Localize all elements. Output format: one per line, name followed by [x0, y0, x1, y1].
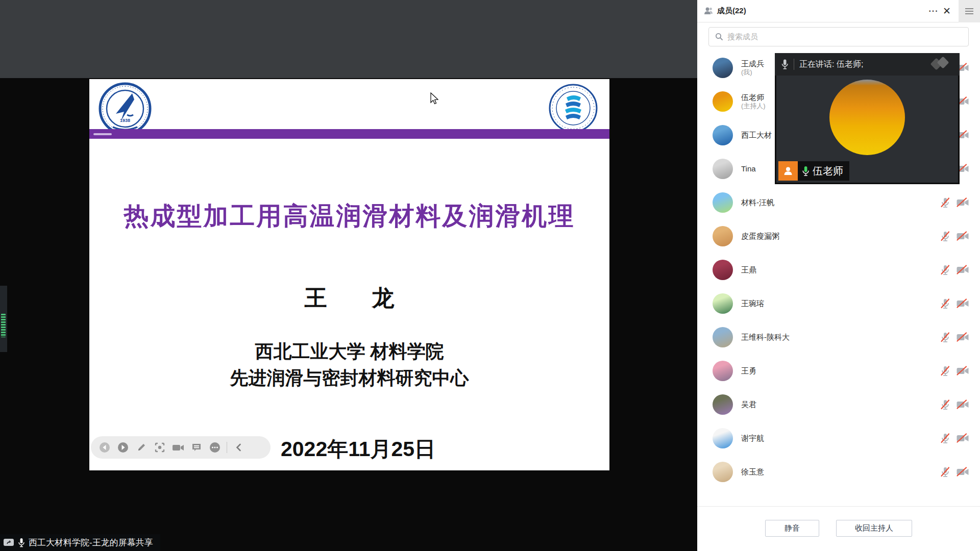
member-row[interactable]: 谢宇航	[697, 421, 980, 455]
members-panel-header: 成员(22) ··· ✕	[697, 0, 980, 22]
mute-button[interactable]: 静音	[765, 520, 819, 537]
camera-off-icon[interactable]	[956, 298, 969, 309]
more-icon[interactable]	[208, 441, 222, 454]
member-name: 王成兵	[741, 59, 764, 69]
member-row[interactable]: 王勇	[697, 354, 980, 388]
stage-top-band	[0, 0, 697, 78]
slide-date: 2022年11月25日	[281, 435, 435, 463]
member-name: Tina	[741, 164, 756, 174]
slide-author: 王 龙	[89, 283, 609, 313]
member-name: 王维科-陕科大	[741, 333, 790, 342]
slide-title: 热成型加工用高温润滑材料及润滑机理	[89, 199, 609, 233]
member-avatar	[713, 361, 733, 381]
member-avatar	[713, 462, 733, 482]
presentation-slide: 1938 热成型加工用高温润滑材料及润滑机理 王 龙 西北工业大学 材料学院 先…	[89, 79, 609, 470]
member-name: 谢宇航	[741, 434, 764, 443]
slide-accent-band	[89, 129, 609, 139]
member-name: 伍老师	[741, 93, 766, 103]
pencil-icon[interactable]	[135, 441, 148, 454]
camera-off-icon[interactable]	[956, 332, 969, 342]
reclaim-host-button[interactable]: 收回主持人	[836, 520, 912, 537]
mic-muted-icon[interactable]	[940, 264, 950, 276]
speaker-name: 伍老师	[813, 164, 843, 178]
member-avatar	[713, 192, 733, 213]
left-edge-strip	[0, 286, 7, 352]
members-panel-title: 成员(22)	[717, 6, 746, 16]
camera-off-icon[interactable]	[956, 265, 969, 275]
camera-off-icon[interactable]	[956, 399, 969, 410]
camera-off-icon[interactable]	[956, 366, 969, 376]
member-row[interactable]: 王鼎	[697, 253, 980, 287]
member-avatar	[713, 293, 733, 314]
member-search-input[interactable]: 搜索成员	[708, 27, 969, 46]
slide-accent-dash	[93, 133, 112, 135]
panel-footer: 静音 收回主持人	[697, 506, 980, 551]
hamburger-icon[interactable]	[959, 0, 980, 22]
members-icon	[703, 6, 714, 16]
screen-share-icon	[3, 538, 14, 548]
speaking-mic-icon	[781, 59, 789, 70]
member-row[interactable]: 材料-汪帆	[697, 186, 980, 219]
member-row[interactable]: 王琬瑢	[697, 287, 980, 320]
member-row[interactable]: 皮蛋瘦漏粥	[697, 219, 980, 253]
prev-slide-icon[interactable]	[98, 441, 111, 454]
member-avatar	[713, 159, 733, 179]
member-name: 西工大材	[741, 131, 772, 140]
search-row: 搜索成员	[697, 22, 980, 51]
speaker-video-overlay[interactable]: 正在讲话: 伍老师; 伍老师	[775, 53, 960, 184]
overlay-header-divider	[794, 59, 794, 70]
mic-active-icon	[802, 166, 810, 177]
member-avatar	[713, 58, 733, 78]
camera-off-icon[interactable]	[956, 197, 969, 208]
member-name: 王鼎	[741, 265, 756, 275]
member-name: 皮蛋瘦漏粥	[741, 232, 779, 241]
meeting-app-window: 1938 热成型加工用高温润滑材料及润滑机理 王 龙 西北工业大学 材料学院 先…	[0, 0, 980, 551]
mic-muted-icon[interactable]	[940, 466, 950, 478]
panel-more-icon[interactable]: ···	[927, 5, 940, 18]
speaker-video-area: 伍老师	[775, 76, 960, 184]
speaker-name-tag: 伍老师	[778, 161, 849, 181]
mic-muted-icon[interactable]	[940, 231, 950, 242]
svg-text:1938: 1938	[120, 118, 130, 123]
npu-logo-icon: 1938	[99, 82, 152, 135]
camera-off-icon[interactable]	[956, 231, 969, 241]
profile-person-icon	[778, 161, 798, 181]
slide-affiliation-line2: 先进润滑与密封材料研究中心	[89, 366, 609, 391]
member-avatar	[713, 226, 733, 246]
share-indicator-label: 西工大材料学院-王龙的屏幕共享	[29, 537, 153, 548]
member-avatar	[713, 394, 733, 415]
camera-off-icon[interactable]	[956, 433, 969, 443]
next-slide-icon[interactable]	[116, 441, 130, 454]
member-role-suffix: (主持人)	[741, 102, 766, 110]
collapse-chevron-icon[interactable]	[232, 441, 246, 454]
audio-level-indicator	[1, 314, 6, 337]
member-row[interactable]: 吴君	[697, 388, 980, 421]
member-avatar	[713, 125, 733, 145]
member-role-suffix: (我)	[741, 68, 764, 77]
mic-muted-icon[interactable]	[940, 365, 950, 377]
mic-muted-icon[interactable]	[940, 332, 950, 343]
member-name: 吴君	[741, 400, 756, 410]
laser-focus-icon[interactable]	[153, 441, 166, 454]
comment-icon[interactable]	[190, 441, 203, 454]
member-avatar	[713, 327, 733, 347]
member-avatar	[713, 428, 733, 448]
speaker-overlay-header: 正在讲话: 伍老师;	[775, 53, 960, 76]
member-avatar	[713, 260, 733, 280]
mic-muted-icon[interactable]	[940, 298, 950, 309]
mic-muted-icon[interactable]	[940, 433, 950, 444]
screen-share-stage: 1938 热成型加工用高温润滑材料及润滑机理 王 龙 西北工业大学 材料学院 先…	[0, 0, 697, 551]
member-row[interactable]: 徐玉意	[697, 455, 980, 489]
meeting-logo-icon	[930, 58, 953, 71]
share-indicator-bar: 西工大材料学院-王龙的屏幕共享	[0, 534, 160, 551]
panel-close-icon[interactable]: ✕	[940, 5, 953, 18]
annotation-toolbar	[91, 436, 271, 459]
mic-muted-icon[interactable]	[940, 197, 950, 208]
camera-off-icon[interactable]	[956, 467, 969, 477]
mic-on-icon	[18, 538, 25, 548]
member-row[interactable]: 王维科-陕科大	[697, 320, 980, 354]
mic-muted-icon[interactable]	[940, 399, 950, 410]
member-avatar	[713, 91, 733, 112]
sust-logo-icon	[548, 83, 598, 133]
camera-record-icon[interactable]	[172, 441, 185, 454]
